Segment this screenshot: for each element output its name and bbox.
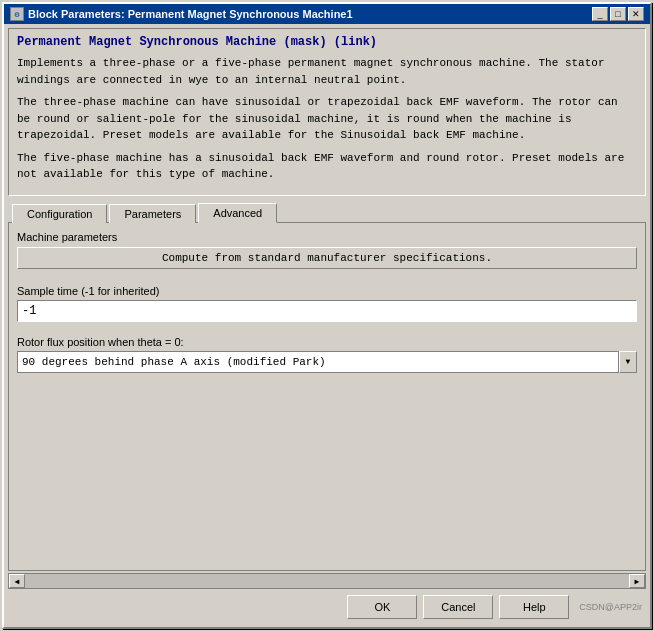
- tab-bar: Configuration Parameters Advanced: [8, 202, 646, 222]
- main-window: ⚙ Block Parameters: Permanent Magnet Syn…: [2, 2, 652, 629]
- description-title: Permanent Magnet Synchronous Machine (ma…: [17, 35, 637, 49]
- scroll-left-button[interactable]: ◀: [9, 574, 25, 588]
- tab-content-advanced: Machine parameters Compute from standard…: [8, 222, 646, 572]
- help-button[interactable]: Help: [499, 595, 569, 619]
- scroll-right-button[interactable]: ▶: [629, 574, 645, 588]
- title-bar-left: ⚙ Block Parameters: Permanent Magnet Syn…: [10, 7, 353, 21]
- description-para-1: Implements a three-phase or a five-phase…: [17, 55, 637, 88]
- section-label: Machine parameters: [17, 231, 637, 243]
- tab-advanced[interactable]: Advanced: [198, 203, 277, 223]
- window-content: Permanent Magnet Synchronous Machine (ma…: [4, 24, 650, 627]
- tab-parameters[interactable]: Parameters: [109, 204, 196, 223]
- content-spacer: [17, 373, 637, 563]
- scroll-track[interactable]: [25, 574, 629, 588]
- dropdown-arrow-icon[interactable]: ▼: [619, 351, 637, 373]
- title-bar-buttons: _ □ ✕: [592, 7, 644, 21]
- maximize-button[interactable]: □: [610, 7, 626, 21]
- window-title: Block Parameters: Permanent Magnet Synch…: [28, 8, 353, 20]
- rotor-flux-dropdown-container: 90 degrees behind phase A axis (modified…: [17, 351, 637, 373]
- button-bar: OK Cancel Help CSDN@APP2ir: [8, 589, 646, 623]
- description-box: Permanent Magnet Synchronous Machine (ma…: [8, 28, 646, 196]
- watermark-text: CSDN@APP2ir: [579, 602, 642, 612]
- horizontal-scrollbar[interactable]: ◀ ▶: [8, 573, 646, 589]
- description-para-2: The three-phase machine can have sinusoi…: [17, 94, 637, 144]
- close-button[interactable]: ✕: [628, 7, 644, 21]
- sample-time-label: Sample time (-1 for inherited): [17, 285, 637, 297]
- cancel-button[interactable]: Cancel: [423, 595, 493, 619]
- description-para-3: The five-phase machine has a sinusoidal …: [17, 150, 637, 183]
- ok-button[interactable]: OK: [347, 595, 417, 619]
- rotor-flux-label: Rotor flux position when theta = 0:: [17, 336, 637, 348]
- compute-button[interactable]: Compute from standard manufacturer speci…: [17, 247, 637, 269]
- rotor-flux-dropdown[interactable]: 90 degrees behind phase A axis (modified…: [17, 351, 619, 373]
- title-bar: ⚙ Block Parameters: Permanent Magnet Syn…: [4, 4, 650, 24]
- window-icon: ⚙: [10, 7, 24, 21]
- sample-time-input[interactable]: [17, 300, 637, 322]
- tabs-container: Configuration Parameters Advanced Machin…: [8, 196, 646, 572]
- minimize-button[interactable]: _: [592, 7, 608, 21]
- tab-configuration[interactable]: Configuration: [12, 204, 107, 223]
